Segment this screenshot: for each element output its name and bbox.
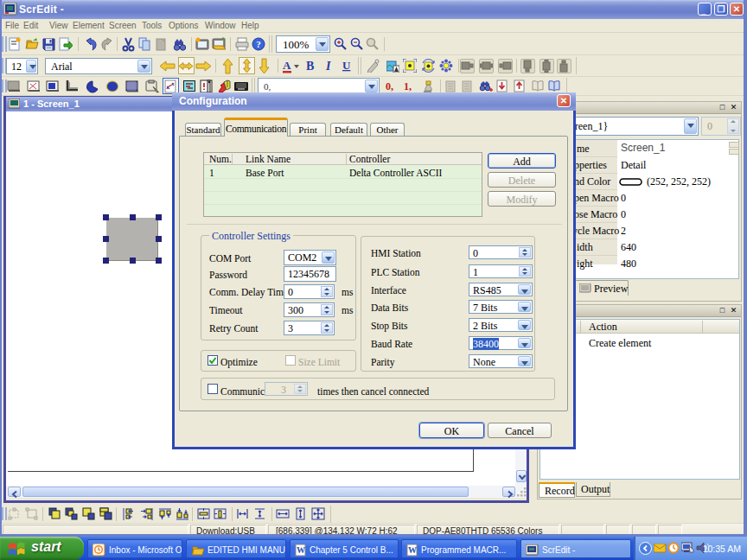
svg-text:?: ? xyxy=(256,39,261,49)
svg-text:I: I xyxy=(325,60,331,73)
svg-text:W: W xyxy=(408,545,417,555)
svg-text:0,: 0, xyxy=(386,80,393,92)
svg-text:W: W xyxy=(297,545,305,555)
svg-text:B: B xyxy=(306,60,314,73)
svg-text:1,: 1, xyxy=(404,80,412,92)
svg-text:A: A xyxy=(283,59,291,72)
svg-text:U: U xyxy=(342,59,351,72)
